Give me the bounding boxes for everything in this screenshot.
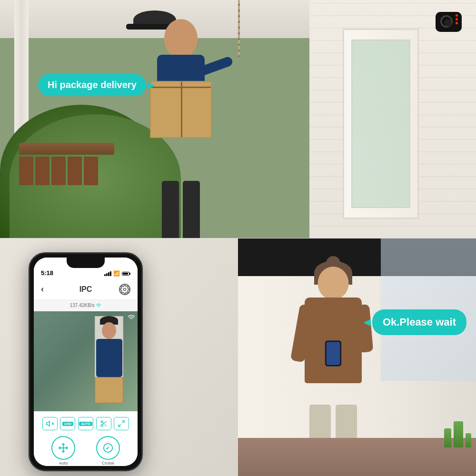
bench-slat [51,157,66,185]
speed-indicator: 137.42KB/s [34,300,138,311]
svg-line-9 [122,421,125,423]
porch-chain [238,0,240,57]
app-controls: UHD AUTO [34,411,138,466]
auto-label: Auto [59,461,68,466]
controls-row-1: UHD AUTO [34,415,138,432]
auto-col: Auto [51,436,75,466]
bench-slat [19,157,33,185]
phone-mockup: 5:18 📶 [29,252,143,471]
camera-leds [456,14,458,24]
signal-bar-4 [110,271,111,276]
svg-point-4 [101,421,103,423]
fullscreen-icon [118,420,125,427]
uhd-control[interactable]: UHD [60,417,75,430]
mute-icon[interactable] [42,417,58,430]
speed-value: 137.42KB/s [70,303,95,308]
veg-item-2 [454,421,463,447]
speech-bubble-delivery: Hi package delivery [38,74,146,96]
phone-screen: 5:18 📶 [34,258,138,466]
door-glass [351,40,410,208]
expand-control[interactable] [114,417,129,430]
camera-led [456,18,458,20]
cruise-col: Cruise [96,436,120,466]
camera-lens-ring [440,15,453,28]
person-head [164,19,198,57]
camera-lens-inner [444,19,452,27]
mute-control[interactable] [42,417,58,430]
camera-feed [34,311,138,411]
camera-led [456,14,458,17]
feed-body [96,339,122,377]
feed-package [95,377,123,403]
package-box [150,81,212,138]
wall-right [309,0,476,238]
controls-row-2: Auto Cruise [34,432,138,466]
speaker-mute-icon [46,419,54,428]
section-divider [0,238,476,238]
cruise-label: Cruise [102,461,114,466]
back-button[interactable]: ‹ [41,284,44,294]
phone-notch [67,258,105,268]
person-legs [162,181,200,238]
bottom-section: 5:18 📶 [0,238,476,476]
delivery-person [133,10,228,238]
bottom-left: 5:18 📶 [0,238,238,476]
veg-item-3 [466,433,471,447]
bench-slat [84,157,98,185]
front-door [343,29,419,219]
signal-bar-3 [108,272,109,276]
speech-bubble-text: Hi package delivery [48,79,137,90]
bench-top [19,143,114,155]
scissors-icon[interactable] [96,417,111,430]
uhd-icon[interactable]: UHD [60,417,75,430]
cruise-button[interactable] [96,436,120,460]
auto-icon[interactable]: AUTO [78,417,93,430]
settings-button[interactable] [119,284,130,295]
battery-icon [122,272,130,276]
held-phone [325,340,342,367]
clip-control[interactable] [96,417,111,430]
porch-bench [19,143,114,190]
camera-led [456,22,458,24]
veg-item-1 [444,428,451,447]
svg-marker-1 [46,421,50,426]
svg-point-5 [101,425,103,426]
expand-icon[interactable] [114,417,129,430]
person-body [138,19,224,238]
camera-body [436,12,462,32]
battery-fill [123,273,128,275]
signal-bar-2 [106,273,108,276]
security-camera [436,12,462,32]
battery-body [122,272,129,276]
signal-bar-1 [104,274,106,276]
svg-line-10 [119,424,121,426]
bench-slat [35,157,50,185]
battery-tip [129,273,130,275]
svg-point-0 [124,288,126,290]
status-time: 5:18 [41,269,53,277]
scissors-svg-icon [100,420,108,427]
auto-control[interactable]: AUTO [78,417,93,430]
feed-head [102,322,116,339]
kitchen-counter [238,438,476,476]
pan-icon [58,443,69,453]
uhd-badge: UHD [62,422,73,426]
bottom-right: Ok.Please wait [238,238,476,476]
woman-head [318,267,349,300]
kitchen-items [444,421,471,447]
speech-bubble-response-text: Ok.Please wait [383,316,456,328]
app-header: ‹ IPC [34,279,138,300]
feed-delivery-person [90,316,128,402]
bench-slats [19,157,114,185]
person-leg-right [183,181,200,238]
speech-bubble-response: Ok.Please wait [372,309,466,335]
wifi-feed-icon [96,303,101,308]
auto-badge: AUTO [79,422,92,426]
held-phone-screen [327,342,340,365]
wifi-icon: 📶 [113,270,120,277]
top-section: Hi package delivery [0,0,476,238]
cruise-icon [103,443,113,453]
auto-pan-button[interactable] [51,436,75,460]
app-title: IPC [79,285,92,294]
svg-line-8 [102,422,104,424]
